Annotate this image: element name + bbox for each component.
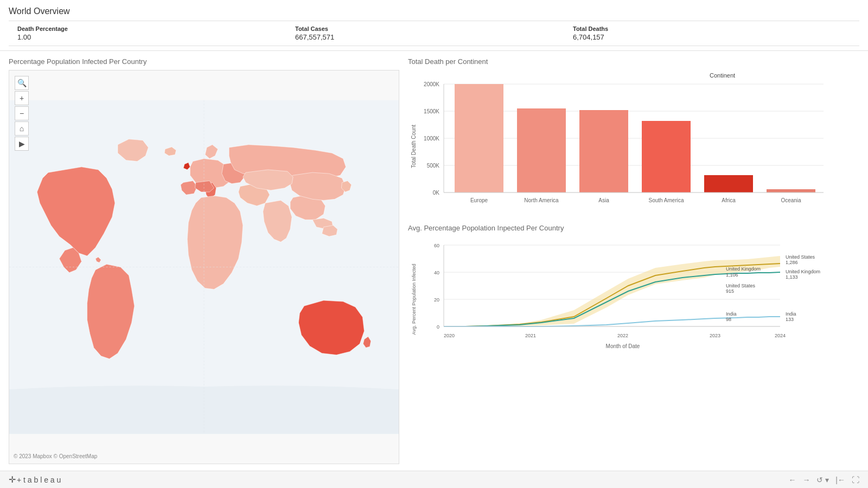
map-panel: Percentage Population Infected Per Count… — [9, 57, 399, 464]
bar-africa[interactable] — [704, 175, 753, 192]
svg-text:1,106: 1,106 — [726, 272, 738, 278]
line-chart-svg: Avg. Percent Population Infected 60 40 2… — [408, 234, 859, 370]
svg-text:South America: South America — [648, 197, 684, 203]
svg-text:2020: 2020 — [444, 333, 455, 338]
map-container[interactable]: 🔍 + − ⌂ ▶ — [9, 70, 399, 464]
svg-text:United Kingdom: United Kingdom — [726, 266, 761, 272]
svg-text:915: 915 — [726, 288, 734, 294]
death-percentage-label: Death Percentage — [17, 25, 273, 32]
map-controls: 🔍 + − ⌂ ▶ — [15, 76, 29, 151]
map-home-button[interactable]: ⌂ — [15, 121, 29, 136]
svg-text:Asia: Asia — [598, 197, 609, 203]
total-cases-metric: Total Cases 667,557,571 — [295, 25, 573, 41]
footer-fullscreen-button[interactable]: ⛶ — [852, 476, 859, 484]
svg-text:0K: 0K — [433, 190, 440, 196]
svg-text:Month of Date: Month of Date — [606, 343, 640, 349]
bar-asia[interactable] — [579, 110, 628, 192]
svg-text:United Kingdom: United Kingdom — [786, 269, 820, 274]
svg-text:1500K: 1500K — [424, 108, 439, 114]
footer-navigation: ← → ↺ ▾ |← ⛶ — [788, 476, 859, 484]
svg-text:Continent: Continent — [710, 72, 735, 79]
footer-refresh-button[interactable]: ↺ ▾ — [816, 476, 829, 484]
tableau-logo: ✛ + t a b l e a u — [9, 474, 61, 485]
bar-north-america[interactable] — [517, 108, 566, 192]
world-map-svg — [9, 70, 399, 464]
line-chart-section: Avg. Percentage Popolation Inpected Per … — [408, 224, 859, 464]
footer-first-button[interactable]: |← — [835, 476, 845, 484]
total-cases-label: Total Cases — [295, 25, 551, 32]
svg-text:20: 20 — [434, 297, 439, 303]
svg-text:2022: 2022 — [617, 333, 628, 338]
svg-text:0: 0 — [437, 324, 439, 330]
total-deaths-label: Total Deaths — [573, 25, 829, 32]
footer-back-button[interactable]: ← — [788, 476, 796, 484]
death-percentage-metric: Death Percentage 1.00 — [17, 25, 295, 41]
svg-text:1,286: 1,286 — [786, 260, 798, 265]
total-deaths-metric: Total Deaths 6,704,157 — [573, 25, 851, 41]
svg-text:Europe: Europe — [470, 197, 488, 203]
bar-chart-svg: Continent Total Death Count 2000K 1500K — [408, 68, 859, 220]
svg-text:India: India — [726, 311, 737, 317]
page-title: World Overview — [9, 7, 859, 16]
map-title: Percentage Population Infected Per Count… — [9, 57, 399, 66]
svg-text:2000K: 2000K — [424, 81, 439, 87]
death-percentage-value: 1.00 — [17, 33, 273, 41]
svg-text:2023: 2023 — [710, 333, 720, 338]
svg-text:United States: United States — [786, 254, 815, 260]
svg-text:Africa: Africa — [722, 197, 736, 203]
svg-text:North America: North America — [524, 197, 559, 203]
svg-text:Oceania: Oceania — [781, 197, 801, 203]
map-zoom-in-button[interactable]: + — [15, 91, 29, 105]
svg-text:2021: 2021 — [525, 333, 536, 338]
map-play-button[interactable]: ▶ — [15, 137, 29, 151]
total-deaths-value: 6,704,157 — [573, 33, 829, 41]
svg-text:133: 133 — [786, 317, 794, 322]
svg-text:40: 40 — [434, 270, 439, 275]
footer: ✛ + t a b l e a u ← → ↺ ▾ |← ⛶ — [0, 471, 868, 488]
line-chart-title: Avg. Percentage Popolation Inpected Per … — [408, 224, 859, 232]
map-search-button[interactable]: 🔍 — [15, 76, 29, 90]
svg-text:2024: 2024 — [775, 333, 786, 338]
tableau-logo-text: + t a b l e a u — [17, 476, 61, 484]
charts-panel: Total Death per Continent Continent Tota… — [399, 57, 859, 464]
svg-text:United States: United States — [726, 283, 756, 288]
svg-text:Avg. Percent Population Infect: Avg. Percent Population Infected — [411, 264, 417, 335]
bar-chart-section: Total Death per Continent Continent Tota… — [408, 57, 859, 220]
svg-text:1,133: 1,133 — [786, 274, 798, 280]
bar-oceania[interactable] — [767, 189, 815, 192]
bar-chart-title: Total Death per Continent — [408, 57, 859, 66]
map-attribution: © 2023 Mapbox © OpenStreetMap — [14, 451, 97, 461]
svg-text:98: 98 — [726, 317, 731, 322]
svg-text:Total Death Count: Total Death Count — [411, 125, 417, 168]
svg-text:60: 60 — [434, 243, 439, 248]
svg-text:1000K: 1000K — [424, 136, 439, 142]
bar-south-america[interactable] — [642, 121, 691, 192]
svg-text:500K: 500K — [427, 163, 440, 169]
total-cases-value: 667,557,571 — [295, 33, 551, 41]
svg-text:India: India — [786, 311, 796, 317]
map-zoom-out-button[interactable]: − — [15, 106, 29, 120]
bar-europe[interactable] — [455, 84, 503, 192]
footer-forward-button[interactable]: → — [802, 476, 810, 484]
